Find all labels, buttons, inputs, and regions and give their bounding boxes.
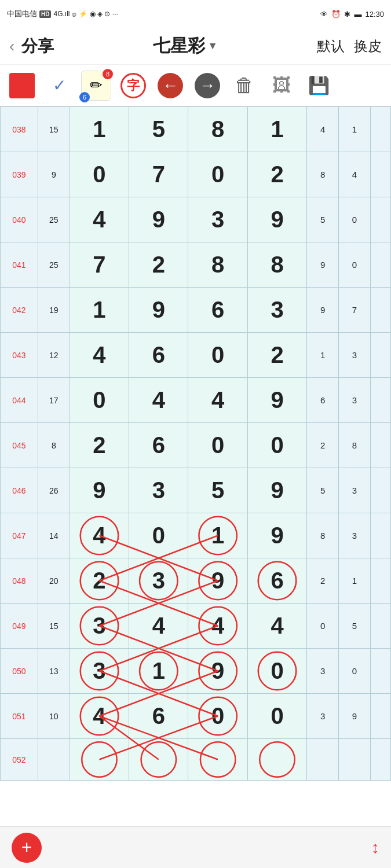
arrow-left-tool[interactable]: ← (153, 68, 188, 103)
cell-d4: 9 (247, 378, 306, 423)
add-button[interactable]: + (12, 833, 42, 863)
cell-d2: 5 (129, 107, 188, 152)
cell-id: 050 (1, 649, 38, 694)
cell-t2: 3 (339, 513, 371, 558)
cell-d2: 3 (129, 468, 188, 513)
cell-d4: 9 (247, 513, 306, 558)
cell-extra (370, 333, 390, 378)
cell-sum: 9 (38, 152, 70, 197)
arrow-right-icon[interactable]: → (195, 73, 220, 98)
cell-d4: 3 (247, 288, 306, 333)
table-row: 04025493950 (1, 197, 391, 242)
cell-t1: 2 (307, 423, 339, 468)
table-row: 0399070284 (1, 152, 391, 197)
check-tool[interactable]: ✓ (42, 68, 76, 103)
save-icon[interactable]: 💾 (308, 75, 330, 95)
cell-id: 045 (1, 423, 38, 468)
cell-d2: 4 (129, 378, 188, 423)
zi-tool[interactable]: 字 (116, 68, 151, 103)
cell-d4 (247, 739, 306, 781)
cell-d3: 9 (188, 649, 247, 694)
skin-button[interactable]: 换皮 (354, 37, 382, 56)
cell-t2: 1 (339, 558, 371, 604)
pencil-badge-tool[interactable]: ✏ 8 6 (79, 68, 114, 103)
cell-t2: 1 (339, 107, 371, 152)
add-icon: + (21, 837, 32, 858)
cell-t2: 3 (339, 333, 371, 378)
cell-d3: 4 (188, 604, 247, 649)
cell-extra (370, 739, 390, 781)
battery-icon: ▬ (354, 10, 361, 19)
cell-t1: 9 (307, 242, 339, 288)
table-row: 04125728890 (1, 242, 391, 288)
cell-d1: 0 (70, 378, 129, 423)
cell-t2 (339, 739, 371, 781)
cell-d4: 0 (247, 423, 306, 468)
share-button[interactable]: 分享 (21, 35, 54, 57)
color-tool[interactable] (5, 68, 39, 103)
table-row: 04312460213 (1, 333, 391, 378)
title-dropdown-icon[interactable]: ▼ (207, 40, 218, 52)
cell-sum: 17 (38, 378, 70, 423)
cell-sum: 26 (38, 468, 70, 513)
cell-d2: 6 (129, 333, 188, 378)
pencil-badge-wrap: ✏ 8 6 (81, 71, 111, 101)
cell-d1: 4 (70, 333, 129, 378)
red-color-box[interactable] (9, 73, 35, 98)
cell-t1: 5 (307, 468, 339, 513)
trash-tool[interactable]: 🗑 (227, 68, 262, 103)
cell-t2: 5 (339, 604, 371, 649)
default-button[interactable]: 默认 (317, 37, 345, 56)
cell-d1: 4 (70, 694, 129, 739)
cell-d1: 3 (70, 604, 129, 649)
save-tool[interactable]: 💾 (301, 68, 336, 103)
cell-sum: 25 (38, 197, 70, 242)
zi-icon[interactable]: 字 (120, 73, 146, 98)
status-bar: 中国电信 HD 4G.ıll ⌾ ⚡ ◉ ◈ ⊙ ··· 👁 ⏰ ✱ ▬ 12:… (0, 0, 391, 28)
cell-t1: 8 (307, 152, 339, 197)
nav-right: 默认 换皮 (317, 37, 382, 56)
cell-d1: 2 (70, 558, 129, 604)
cell-d3: 4 (188, 378, 247, 423)
cell-t2: 0 (339, 242, 371, 288)
cell-extra (370, 649, 390, 694)
arrow-left-icon[interactable]: ← (158, 73, 183, 98)
cell-d3: 0 (188, 152, 247, 197)
cell-id: 052 (1, 739, 38, 781)
scroll-button[interactable]: ↕ (371, 838, 379, 857)
table-row: 03815158141 (1, 107, 391, 152)
cell-extra (370, 152, 390, 197)
cell-extra (370, 107, 390, 152)
cell-id: 042 (1, 288, 38, 333)
photo-tool[interactable]: 🖼 (264, 68, 299, 103)
cell-sum (38, 739, 70, 781)
cell-d2: 9 (129, 197, 188, 242)
cell-extra (370, 513, 390, 558)
cell-t1: 8 (307, 513, 339, 558)
cell-d3: 0 (188, 694, 247, 739)
bluetooth-icon: ✱ (344, 10, 350, 19)
cell-d3: 8 (188, 242, 247, 288)
cell-extra (370, 423, 390, 468)
cell-sum: 25 (38, 242, 70, 288)
data-table-wrap: 0381515814103990702840402549395004125728… (0, 106, 391, 781)
cell-extra (370, 288, 390, 333)
cell-d1: 0 (70, 152, 129, 197)
back-button[interactable]: ‹ (9, 37, 14, 56)
cell-t1: 6 (307, 378, 339, 423)
cell-d2: 0 (129, 513, 188, 558)
arrow-right-tool[interactable]: → (190, 68, 225, 103)
cell-d4: 9 (247, 197, 306, 242)
cell-id: 046 (1, 468, 38, 513)
cell-d3: 8 (188, 107, 247, 152)
cell-t1: 9 (307, 288, 339, 333)
cell-d1: 4 (70, 513, 129, 558)
nav-bar: ‹ 分享 七星彩 ▼ 默认 换皮 (0, 28, 391, 65)
cell-d1: 7 (70, 242, 129, 288)
cell-extra (370, 694, 390, 739)
photo-icon[interactable]: 🖼 (272, 75, 291, 96)
trash-icon[interactable]: 🗑 (235, 74, 254, 97)
apps-icons: ⚡ ◉ ◈ ⊙ ··· (79, 10, 118, 18)
cell-d4: 2 (247, 152, 306, 197)
cell-d2: 9 (129, 288, 188, 333)
